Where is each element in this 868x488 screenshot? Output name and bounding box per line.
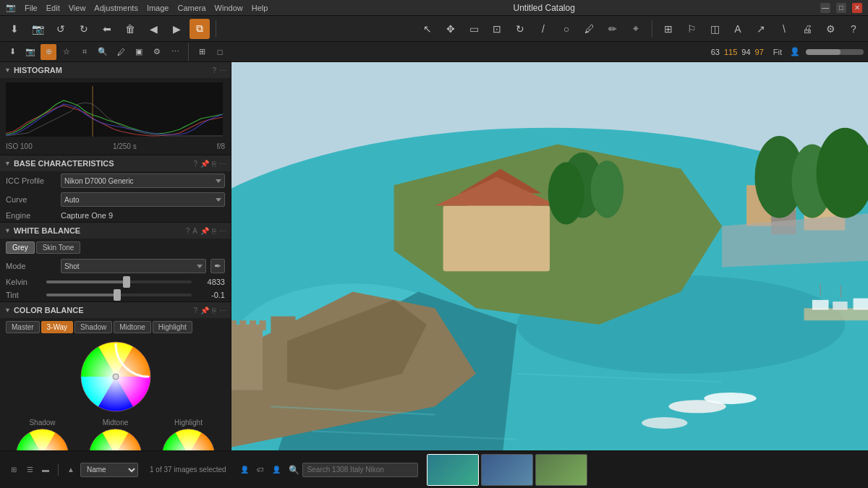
wb-auto-icon[interactable]: A [192, 227, 197, 235]
grid-t2[interactable]: ⊞ [194, 44, 210, 60]
marquee-tool[interactable]: ▭ [464, 19, 484, 39]
menu-image[interactable]: Image [147, 4, 169, 12]
grid-view[interactable]: ⊞ [658, 19, 678, 39]
color-balance-header[interactable]: ▼ COLOR BALANCE ? 📌 ⎘ ⋯ [0, 302, 231, 318]
filmstrip-thumb-2[interactable] [481, 454, 533, 486]
close-button[interactable]: ✕ [852, 3, 862, 13]
cb-tab-3way[interactable]: 3-Way [41, 321, 74, 333]
help-button[interactable]: ? [843, 19, 864, 39]
strip-icon[interactable]: ▬ [39, 463, 52, 476]
filmstrip-thumb-1[interactable] [427, 454, 479, 486]
tint-track[interactable] [46, 294, 192, 296]
tag-icon[interactable]: 🏷 [254, 463, 267, 476]
base-char-header[interactable]: ▼ BASE CHARACTERISTICS ? 📌 ⎘ ⋯ [0, 155, 231, 171]
adjust-t2[interactable]: ⊕ [41, 44, 56, 60]
base-char-copy-icon[interactable]: ⎘ [212, 160, 216, 168]
wb-copy-icon[interactable]: ⎘ [212, 227, 216, 235]
search-input[interactable] [302, 463, 418, 477]
overlay-tool[interactable]: ◫ [705, 19, 725, 39]
histogram-more-icon[interactable]: ⋯ [219, 67, 226, 74]
wb-eyedropper[interactable]: ✒ [210, 259, 225, 273]
wb-help-icon[interactable]: ? [186, 227, 190, 235]
circle-tool[interactable]: ○ [556, 19, 576, 39]
menu-help[interactable]: Help [252, 4, 268, 12]
delete-button[interactable]: 🗑 [120, 19, 140, 39]
main-color-wheel[interactable] [80, 341, 152, 413]
menu-adjustments[interactable]: Adjustments [94, 4, 138, 12]
filmstrip-user-controls: 👤 🏷 👤 [238, 463, 283, 476]
crop-t2[interactable]: ⌗ [77, 44, 93, 60]
wb-mode-select[interactable]: Shot [61, 259, 206, 273]
back-button[interactable]: ◀ [143, 19, 163, 39]
star-t2[interactable]: ☆ [59, 44, 75, 60]
search-t2[interactable]: 🔍 [95, 44, 111, 60]
cb-more-icon[interactable]: ⋯ [219, 307, 226, 314]
transform-tool[interactable]: ⊡ [487, 19, 507, 39]
sort-arrow-up[interactable]: ▲ [64, 463, 77, 476]
menu-camera[interactable]: Camera [177, 4, 205, 12]
wb-tab-grey[interactable]: Grey [6, 241, 35, 254]
brush-t2[interactable]: 🖊 [113, 44, 129, 60]
eraser-tool[interactable]: ✏ [603, 19, 623, 39]
filmstrip-thumb-3[interactable] [535, 454, 587, 486]
cb-tab-highlight[interactable]: Highlight [153, 321, 192, 333]
cb-tab-shadow[interactable]: Shadow [75, 321, 112, 333]
arrow-tool[interactable]: ↗ [751, 19, 771, 39]
menu-window[interactable]: Window [215, 4, 243, 12]
cb-copy-icon[interactable]: ⎘ [212, 307, 216, 314]
eyedropper-tool[interactable]: ⌖ [626, 19, 646, 39]
wb-tab-skintone[interactable]: Skin Tone [36, 241, 81, 254]
brush-tool[interactable]: 🖊 [579, 19, 600, 39]
prev-button[interactable]: ⬅ [97, 19, 117, 39]
forward-button[interactable]: ▶ [166, 19, 187, 39]
user-icon[interactable]: 👤 [238, 463, 251, 476]
camera-button[interactable]: 📷 [27, 19, 48, 39]
wb-pin-icon[interactable]: 📌 [200, 227, 209, 235]
base-char-pin-icon[interactable]: 📌 [200, 160, 209, 168]
menu-file[interactable]: File [25, 4, 38, 12]
mask-t2[interactable]: ▣ [131, 44, 147, 60]
image-area[interactable] [231, 62, 868, 472]
crop-button[interactable]: ⧉ [190, 19, 210, 39]
single-t2[interactable]: □ [212, 44, 228, 60]
select-tool[interactable]: ↖ [417, 19, 438, 39]
line-tool[interactable]: / [533, 19, 553, 39]
move-tool[interactable]: ✥ [441, 19, 461, 39]
histogram-header[interactable]: ▼ HISTOGRAM ? ⋯ [0, 62, 231, 78]
cb-tab-midtone[interactable]: Midtone [114, 321, 151, 333]
undo-button[interactable]: ↺ [51, 19, 71, 39]
sort-select[interactable]: Name [80, 463, 138, 477]
kelvin-track[interactable] [46, 281, 192, 283]
curve-select[interactable]: Auto [61, 192, 225, 207]
base-char-more-icon[interactable]: ⋯ [219, 160, 226, 168]
flag-tool[interactable]: ⚐ [681, 19, 702, 39]
redo-button[interactable]: ↻ [74, 19, 94, 39]
more-t2[interactable]: ⋯ [167, 44, 183, 60]
menu-view[interactable]: View [69, 4, 86, 12]
cb-tab-master[interactable]: Master [6, 321, 40, 333]
cb-help-icon[interactable]: ? [193, 307, 197, 314]
minimize-button[interactable]: — [820, 3, 830, 13]
wb-more-icon[interactable]: ⋯ [219, 227, 226, 235]
wb-header[interactable]: ▼ WHITE BALANCE ? A 📌 ⎘ ⋯ [0, 223, 231, 239]
fs-user2-icon[interactable]: 👤 [270, 463, 283, 476]
svg-rect-34 [231, 325, 263, 390]
pen-tool[interactable]: \ [774, 19, 794, 39]
print-tool[interactable]: 🖨 [797, 19, 817, 39]
import-t2[interactable]: ⬇ [4, 44, 20, 60]
camera-t2[interactable]: 📷 [22, 44, 38, 60]
icc-select[interactable]: Nikon D7000 Generic [61, 174, 225, 188]
menu-edit[interactable]: Edit [46, 4, 60, 12]
base-char-help-icon[interactable]: ? [193, 160, 197, 168]
histogram-help-icon[interactable]: ? [212, 67, 216, 74]
cb-pin-icon[interactable]: 📌 [200, 307, 209, 314]
list-icon[interactable]: ☰ [23, 463, 36, 476]
grid-icon[interactable]: ⊞ [7, 463, 20, 476]
settings-t2[interactable]: ⚙ [149, 44, 165, 60]
maximize-button[interactable]: □ [836, 3, 846, 13]
text-tool[interactable]: A [728, 19, 748, 39]
import-button[interactable]: ⬇ [4, 19, 25, 39]
rotate-tool[interactable]: ↻ [510, 19, 530, 39]
settings-button[interactable]: ⚙ [820, 19, 841, 39]
main-wheel-row [6, 341, 225, 413]
